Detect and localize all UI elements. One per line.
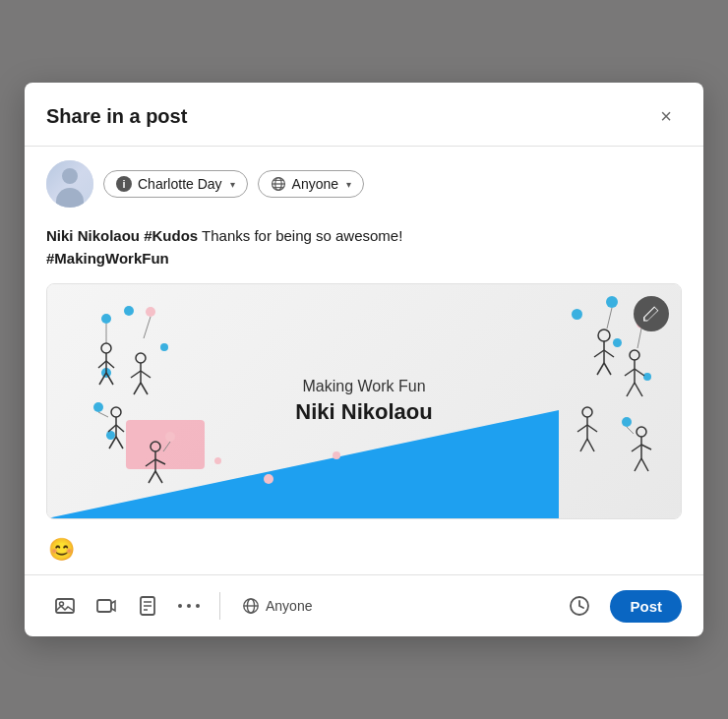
svg-point-76: [196, 604, 200, 608]
svg-line-52: [635, 383, 642, 396]
edit-card-button[interactable]: [634, 296, 669, 331]
svg-line-34: [155, 471, 162, 483]
svg-point-7: [101, 343, 111, 353]
toolbar-audience-button[interactable]: Anyone: [232, 591, 322, 621]
add-media-button[interactable]: [46, 587, 84, 625]
svg-line-64: [641, 458, 648, 471]
svg-line-38: [607, 308, 612, 329]
svg-point-47: [630, 350, 639, 360]
svg-line-57: [580, 439, 587, 451]
schedule-button[interactable]: [561, 587, 598, 625]
dot-decoration: [264, 474, 273, 484]
svg-point-59: [637, 427, 646, 437]
svg-line-32: [155, 459, 165, 464]
svg-line-24: [116, 425, 124, 432]
post-body-text: Thanks for being so awesome!: [198, 227, 402, 244]
audience-dropdown[interactable]: Anyone ▾: [258, 170, 364, 198]
svg-line-19: [134, 383, 141, 394]
emoji-button[interactable]: 😊: [46, 535, 77, 565]
share-post-modal: Share in a post × i Charlotte Day ▾: [25, 83, 703, 636]
post-button[interactable]: Post: [610, 590, 682, 623]
svg-point-65: [622, 417, 632, 427]
emoji-row: 😊: [25, 529, 703, 574]
kudos-card: Making Work Fun Niki Nikolaou: [46, 283, 682, 519]
toolbar-divider: [219, 592, 220, 620]
post-toolbar: Anyone Post: [25, 574, 703, 636]
svg-line-25: [109, 437, 116, 449]
globe-icon: [271, 176, 286, 192]
svg-line-55: [577, 425, 587, 432]
svg-point-75: [187, 604, 191, 608]
svg-point-13: [146, 307, 155, 317]
svg-line-31: [146, 459, 155, 466]
hashtag-text: #MakingWorkFun: [46, 250, 169, 267]
image-icon: [54, 595, 76, 617]
close-button[interactable]: ×: [650, 100, 682, 132]
kudos-card-name: Niki Nikolaou: [295, 399, 432, 425]
svg-line-63: [635, 458, 641, 471]
user-row: i Charlotte Day ▾ Anyone ▾: [25, 147, 703, 217]
pencil-icon: [642, 305, 660, 323]
svg-line-18: [141, 371, 151, 378]
svg-line-58: [587, 439, 594, 451]
more-dots-icon: [178, 603, 200, 609]
svg-line-11: [99, 373, 106, 385]
svg-point-29: [151, 442, 160, 451]
dot-decoration: [214, 457, 221, 464]
clock-icon: [569, 595, 590, 617]
svg-line-33: [149, 471, 155, 483]
svg-line-17: [131, 371, 141, 378]
modal-title: Share in a post: [46, 105, 187, 128]
svg-line-14: [144, 317, 151, 338]
svg-point-35: [165, 432, 175, 442]
post-text: Niki Nikolaou #Kudos Thanks for being so…: [46, 225, 682, 270]
chevron-down-icon: ▾: [230, 179, 235, 190]
svg-line-56: [587, 425, 597, 432]
toolbar-audience-label: Anyone: [266, 598, 312, 614]
dot-decoration: [333, 451, 340, 459]
svg-line-62: [641, 445, 651, 449]
add-document-button[interactable]: [129, 587, 166, 625]
svg-line-43: [597, 363, 604, 375]
svg-point-15: [136, 353, 146, 363]
svg-point-68: [60, 602, 64, 606]
svg-point-21: [111, 407, 121, 417]
more-options-button[interactable]: [170, 587, 208, 625]
audience-label: Anyone: [292, 176, 338, 192]
svg-point-37: [606, 296, 618, 308]
user-name-dropdown[interactable]: i Charlotte Day ▾: [103, 170, 248, 198]
svg-line-66: [627, 427, 634, 434]
avatar: [46, 160, 93, 208]
globe-icon-toolbar: [242, 597, 260, 615]
info-icon: i: [116, 176, 132, 192]
svg-line-61: [632, 445, 641, 451]
svg-line-51: [627, 383, 635, 396]
svg-point-39: [598, 330, 610, 341]
svg-line-10: [106, 361, 114, 368]
svg-line-50: [635, 369, 644, 376]
svg-line-42: [604, 350, 614, 357]
svg-line-28: [98, 412, 108, 417]
svg-line-46: [637, 329, 641, 348]
svg-line-9: [98, 361, 106, 368]
post-text-area: Niki Nikolaou #Kudos Thanks for being so…: [25, 217, 703, 279]
video-icon: [95, 595, 117, 617]
avatar-image: [46, 160, 93, 208]
add-video-button[interactable]: [88, 587, 125, 625]
modal-overlay: Share in a post × i Charlotte Day ▾: [0, 0, 728, 719]
svg-line-36: [163, 442, 170, 451]
svg-line-12: [106, 373, 113, 385]
chevron-down-icon-audience: ▾: [346, 179, 351, 190]
svg-line-20: [141, 383, 148, 394]
kudos-card-content: Making Work Fun Niki Nikolaou: [295, 378, 432, 425]
svg-line-41: [594, 350, 604, 357]
svg-point-5: [101, 314, 111, 324]
svg-point-74: [178, 604, 182, 608]
kudos-card-inner: Making Work Fun Niki Nikolaou: [47, 284, 681, 518]
svg-line-44: [604, 363, 611, 375]
svg-rect-69: [97, 600, 111, 612]
modal-header: Share in a post ×: [25, 83, 703, 147]
svg-point-53: [582, 407, 592, 417]
svg-point-27: [93, 402, 103, 412]
svg-line-23: [108, 425, 116, 432]
